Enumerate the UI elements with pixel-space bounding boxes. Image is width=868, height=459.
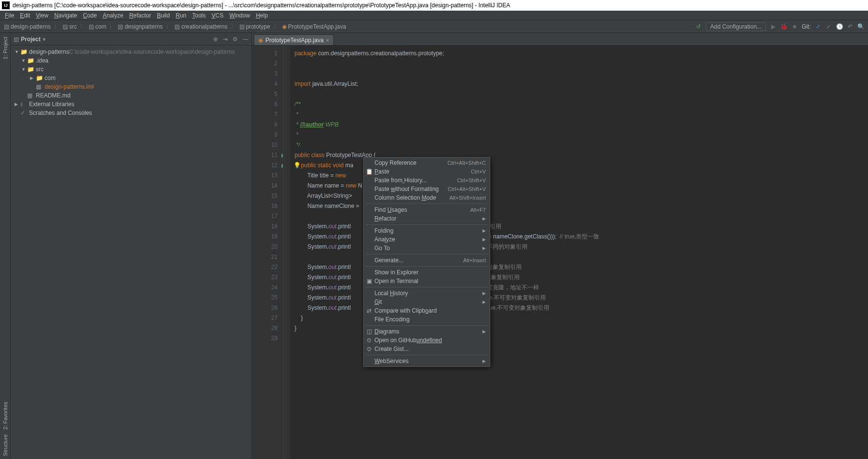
- breadcrumb-item[interactable]: ▤creationalpatterns: [174, 23, 227, 30]
- context-menu-item[interactable]: File Encoding: [364, 315, 490, 324]
- menu-item[interactable]: Navigate: [51, 12, 80, 19]
- context-menu-item[interactable]: Analyze▶: [364, 235, 490, 244]
- line-number[interactable]: 23: [252, 272, 278, 283]
- menu-item[interactable]: Build: [154, 12, 173, 19]
- gear-icon[interactable]: ⚙: [232, 36, 238, 43]
- context-menu-item[interactable]: Git▶: [364, 298, 490, 306]
- line-number[interactable]: 19: [252, 232, 278, 242]
- line-number[interactable]: 1: [252, 48, 278, 59]
- line-number[interactable]: 12▶: [252, 160, 278, 171]
- code-line[interactable]: */: [294, 140, 868, 150]
- menu-item[interactable]: Refactor: [126, 12, 154, 19]
- line-number[interactable]: 18: [252, 222, 278, 232]
- menu-item[interactable]: Edit: [17, 12, 33, 19]
- run-config-selector[interactable]: Add Configuration...: [706, 22, 766, 31]
- code-line[interactable]: package com.designpatterns.creationalpat…: [294, 48, 868, 59]
- line-number[interactable]: 15: [252, 191, 278, 201]
- line-number[interactable]: 10: [252, 140, 278, 150]
- sync-icon[interactable]: ↺: [695, 23, 702, 30]
- structure-tool-tab[interactable]: Structure: [2, 434, 8, 456]
- line-number[interactable]: 20: [252, 242, 278, 252]
- line-number[interactable]: 27: [252, 313, 278, 323]
- stop-icon[interactable]: ■: [791, 23, 798, 30]
- line-number[interactable]: 7: [252, 110, 278, 120]
- line-number[interactable]: 28: [252, 323, 278, 333]
- line-number[interactable]: 13: [252, 171, 278, 181]
- context-menu-item[interactable]: ▣Open in Terminal: [364, 277, 490, 285]
- intention-bulb-icon[interactable]: 💡: [294, 160, 301, 171]
- tree-item[interactable]: ▶⫴External Libraries: [11, 100, 251, 109]
- line-number[interactable]: 8: [252, 120, 278, 130]
- code-line[interactable]: [294, 69, 868, 79]
- menu-item[interactable]: Help: [253, 12, 271, 19]
- breadcrumb-item[interactable]: ▤prototype: [239, 23, 270, 30]
- debug-icon[interactable]: 🐞: [780, 23, 787, 30]
- code-line[interactable]: [294, 59, 868, 69]
- line-number[interactable]: 17: [252, 211, 278, 222]
- breadcrumb-item[interactable]: ▤designpatterns: [118, 23, 163, 30]
- collapse-icon[interactable]: ⇥: [223, 36, 228, 43]
- editor-tab[interactable]: ◉ PrototypeTestApp.java ×: [254, 34, 334, 45]
- project-tool-tab[interactable]: 1: Project: [2, 37, 8, 59]
- vcs-commit-icon[interactable]: ✓: [825, 23, 832, 30]
- close-icon[interactable]: ×: [326, 37, 329, 43]
- context-menu-item[interactable]: WebServices▶: [364, 357, 490, 365]
- menu-item[interactable]: Code: [80, 12, 100, 19]
- menu-item[interactable]: VCS: [209, 12, 227, 19]
- context-menu-item[interactable]: ⊙Create Gist...: [364, 345, 490, 353]
- tree-item[interactable]: ▼📁.idea: [11, 56, 251, 65]
- line-number[interactable]: 29: [252, 333, 278, 344]
- context-menu-item[interactable]: ⇄Compare with Clipboard: [364, 306, 490, 315]
- line-number[interactable]: 2: [252, 59, 278, 69]
- menu-item[interactable]: File: [2, 12, 17, 19]
- line-number[interactable]: 11▶: [252, 150, 278, 160]
- line-number[interactable]: 3: [252, 69, 278, 79]
- tree-item[interactable]: ▦design-patterns.iml: [11, 82, 251, 91]
- favorites-tool-tab[interactable]: 2: Favorites: [2, 402, 8, 429]
- context-menu-item[interactable]: Paste from History...Ctrl+Shift+V: [364, 176, 490, 185]
- search-icon[interactable]: 🔍: [857, 23, 864, 30]
- tree-item[interactable]: ▼📁src: [11, 65, 251, 74]
- menu-item[interactable]: Window: [226, 12, 253, 19]
- tree-item[interactable]: ▶📁com: [11, 74, 251, 82]
- menu-item[interactable]: Run: [173, 12, 189, 19]
- code-line[interactable]: import java.util.ArrayList;: [294, 79, 868, 89]
- context-menu-item[interactable]: Refactor▶: [364, 214, 490, 223]
- context-menu-item[interactable]: Generate...Alt+Insert: [364, 256, 490, 265]
- menu-item[interactable]: Analyze: [100, 12, 126, 19]
- line-number[interactable]: 14: [252, 181, 278, 191]
- chevron-down-icon[interactable]: ▾: [43, 36, 46, 43]
- context-menu-item[interactable]: Show in Explorer: [364, 268, 490, 277]
- line-number[interactable]: 6: [252, 99, 278, 110]
- tree-item[interactable]: ▼📁design-patterns C:\code-workspace\idea…: [11, 47, 251, 56]
- vcs-history-icon[interactable]: 🕓: [836, 23, 843, 30]
- line-number[interactable]: 24: [252, 283, 278, 293]
- vcs-revert-icon[interactable]: ↶: [847, 23, 853, 30]
- code-editor[interactable]: 1234567891011▶12▶13141516171819202122232…: [252, 46, 868, 459]
- line-number[interactable]: 5: [252, 89, 278, 99]
- context-menu-item[interactable]: Find UsagesAlt+F7: [364, 206, 490, 214]
- tree-item[interactable]: ▦README.md: [11, 91, 251, 100]
- line-number[interactable]: 16: [252, 201, 278, 211]
- context-menu-item[interactable]: Column Selection ModeAlt+Shift+Insert: [364, 193, 490, 202]
- menu-item[interactable]: View: [33, 12, 51, 19]
- line-number[interactable]: 4: [252, 79, 278, 89]
- code-line[interactable]: *: [294, 130, 868, 140]
- context-menu-item[interactable]: ⊙Open on GitHubundefined: [364, 336, 490, 345]
- code-line[interactable]: * @author WPB: [294, 120, 868, 130]
- breadcrumb[interactable]: ▤design-patterns〉▤src〉▤com〉▤designpatter…: [4, 22, 346, 31]
- code-line[interactable]: [294, 89, 868, 99]
- line-number[interactable]: 22: [252, 262, 278, 272]
- breadcrumb-item[interactable]: ▤com: [89, 23, 107, 30]
- menu-item[interactable]: Tools: [189, 12, 209, 19]
- editor-gutter[interactable]: 1234567891011▶12▶13141516171819202122232…: [252, 46, 283, 459]
- run-icon[interactable]: ▶: [770, 23, 776, 30]
- target-icon[interactable]: ⊕: [213, 36, 218, 43]
- tree-item[interactable]: ✓Scratches and Consoles: [11, 109, 251, 117]
- breadcrumb-item[interactable]: ▤design-patterns: [4, 23, 51, 30]
- line-number[interactable]: 25: [252, 293, 278, 303]
- line-number[interactable]: 26: [252, 303, 278, 313]
- breadcrumb-item[interactable]: ▤src: [62, 23, 77, 30]
- breadcrumb-item[interactable]: ◉PrototypeTestApp.java: [282, 23, 346, 30]
- code-line[interactable]: *: [294, 110, 868, 120]
